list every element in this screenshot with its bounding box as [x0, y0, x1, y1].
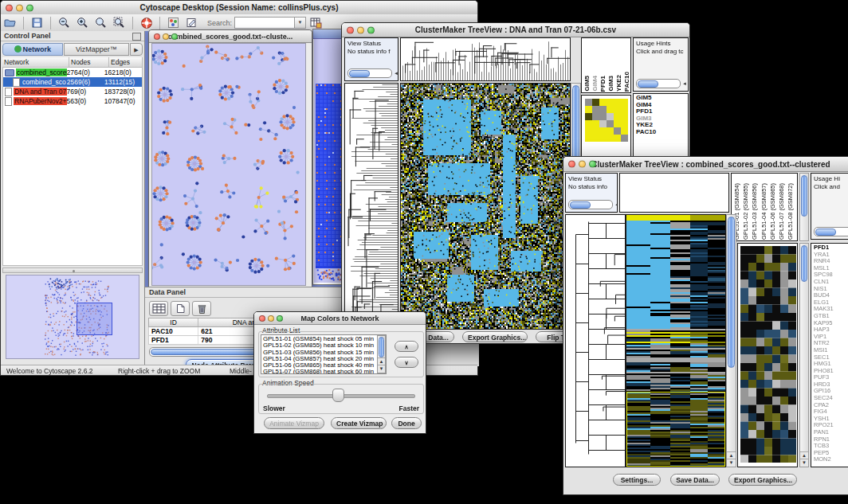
map-colors-dialog[interactable]: Map Colors to Network Attribute List GPL… — [253, 311, 426, 434]
tv1-matrix-cell[interactable] — [592, 99, 599, 106]
column-header-nodes[interactable]: Nodes — [69, 57, 109, 67]
tv1-matrix-cell[interactable] — [585, 127, 592, 135]
close-button[interactable] — [568, 161, 575, 168]
create-vizmap-button[interactable]: Create Vizmap — [331, 417, 387, 429]
tv2-global-heatmap[interactable] — [626, 214, 726, 467]
birdseye-view[interactable] — [6, 275, 139, 359]
tv1-matrix-cell[interactable] — [592, 113, 599, 120]
move-up-button[interactable]: ∧ — [395, 341, 418, 352]
close-button[interactable] — [259, 315, 265, 322]
zoom-in-icon[interactable] — [76, 17, 89, 29]
panel-splitter[interactable] — [2, 268, 143, 273]
tv2-status-scrollbar[interactable]: ◄► — [568, 200, 618, 209]
tv1-button-export-graphics---[interactable]: Export Graphics... — [462, 331, 528, 342]
network-row[interactable]: combined_scores2764(0)16218(0) — [3, 68, 142, 77]
animate-vizmap-button[interactable]: Animate Vizmap — [264, 417, 324, 429]
tv1-matrix-cell[interactable] — [621, 106, 628, 113]
tv1-matrix-cell[interactable] — [599, 120, 607, 127]
tv1-matrix-cell[interactable] — [592, 127, 599, 135]
dialog-titlebar[interactable]: Map Colors to Network — [254, 312, 426, 325]
column-header-network[interactable]: Network — [2, 57, 69, 67]
tv1-matrix-cell[interactable] — [585, 106, 592, 113]
zoom-button[interactable] — [277, 315, 283, 322]
network-row[interactable]: RNAPuberNov2+563(0)107847(0) — [3, 96, 142, 106]
tv1-matrix-cell[interactable] — [607, 127, 614, 135]
tv1-matrix-cell[interactable] — [614, 135, 621, 142]
annotation-icon[interactable] — [185, 17, 198, 29]
tv2-gene-list[interactable]: PFD1YRA1RNR4MSL1SPC98CLN1NIS1BUD4ELG1MAK… — [811, 243, 848, 467]
tv1-matrix-cell[interactable] — [621, 99, 628, 106]
tv1-matrix-cell[interactable] — [599, 113, 607, 120]
table-import-icon[interactable] — [308, 17, 322, 29]
zoom-button[interactable] — [171, 33, 178, 40]
network-window-1-titlebar[interactable]: combined_scores_good.txt--cluste... — [149, 30, 312, 43]
tv1-matrix-cell[interactable] — [614, 99, 621, 106]
table-grid-button[interactable] — [149, 301, 168, 316]
open-folder-icon[interactable] — [3, 17, 17, 29]
column-header-edges[interactable]: Edges — [109, 57, 143, 67]
tv1-matrix-cell[interactable] — [607, 135, 614, 142]
network-canvas[interactable] — [151, 43, 306, 286]
tv1-global-heatmap[interactable] — [400, 83, 571, 330]
main-titlebar[interactable]: Cytoscape Desktop (Session Name: collins… — [1, 1, 477, 15]
tv1-matrix-cell[interactable] — [607, 113, 614, 120]
attribute-list-item[interactable]: GPL51-07 (GSM868) heat shock 60 min — [263, 369, 376, 374]
zoom-button[interactable] — [367, 26, 375, 33]
treeview2-titlebar[interactable]: ClusterMaker TreeView : combined_scores_… — [563, 157, 848, 172]
save-icon[interactable] — [30, 17, 44, 29]
tv1-matrix-cell[interactable] — [607, 120, 614, 127]
tv2-hints-scrollbar[interactable]: ◄► — [814, 227, 848, 236]
search-input[interactable] — [234, 17, 295, 29]
attribute-list-scrollbar[interactable]: ▲▼ — [377, 335, 386, 373]
tv1-matrix-cell[interactable] — [585, 99, 592, 106]
zoom-selected-icon[interactable] — [112, 17, 126, 29]
tv1-column-dendrogram[interactable] — [400, 37, 571, 81]
network-table[interactable]: combined_scores2764(0)16218(0)combined_s… — [2, 67, 143, 266]
search-dropdown-arrow-icon[interactable]: ▼ — [295, 17, 306, 29]
tv2-row-dendrogram[interactable] — [565, 214, 626, 467]
network-row[interactable]: combined_sco2569(6)13112(15) — [3, 77, 142, 87]
tv1-status-scrollbar[interactable]: ◄► — [347, 68, 398, 78]
minimize-button[interactable] — [357, 26, 364, 33]
help-lifesaver-icon[interactable] — [139, 17, 153, 29]
tv1-matrix-cell[interactable] — [592, 120, 599, 127]
tv2-button-settings---[interactable]: Settings... — [613, 474, 661, 486]
close-button[interactable] — [347, 26, 354, 33]
tv1-matrix-cell[interactable] — [607, 99, 614, 106]
minimize-button[interactable] — [16, 4, 23, 11]
tv1-matrix-cell[interactable] — [599, 127, 607, 135]
tv1-matrix-cell[interactable] — [599, 106, 607, 113]
new-page-button[interactable] — [171, 301, 190, 316]
tv1-matrix-cell[interactable] — [599, 135, 607, 142]
dp-col-0[interactable]: ID — [149, 318, 198, 326]
window-controls[interactable] — [6, 4, 33, 11]
tv1-matrix-cell[interactable] — [599, 99, 607, 106]
network-window-1[interactable]: combined_scores_good.txt--cluste... — [148, 29, 312, 287]
tv1-matrix-cell[interactable] — [614, 127, 621, 135]
tab-network[interactable]: Network — [2, 43, 63, 56]
tv1-hints-scrollbar[interactable]: ◄► — [636, 79, 689, 88]
scroll-down-icon[interactable]: ▼ — [727, 459, 736, 467]
tv2-heatmap-vscrollbar[interactable]: ▲ ▼ — [726, 214, 736, 467]
tv2-zoom-vscrollbar[interactable]: ▲ ▼ — [799, 243, 809, 467]
tv1-row-dendrogram[interactable] — [344, 83, 398, 330]
speed-slider-thumb[interactable] — [332, 389, 344, 402]
tv1-matrix-cell[interactable] — [607, 106, 614, 113]
tab-vizmapper[interactable]: VizMapper™ — [64, 43, 129, 56]
tv2-gene-label[interactable]: MON2 — [814, 456, 848, 463]
attribute-list[interactable]: GPL51-01 (GSM854) heat shock 05 minGPL51… — [261, 334, 387, 374]
tv1-matrix-cell[interactable] — [621, 127, 628, 135]
trash-button[interactable] — [192, 301, 211, 316]
tv1-matrix-cell[interactable] — [592, 106, 599, 113]
tv1-matrix-cell[interactable] — [592, 135, 599, 142]
tv1-matrix-cell[interactable] — [621, 120, 628, 127]
done-button[interactable]: Done — [391, 417, 422, 429]
tv2-button-export-graphics---[interactable]: Export Graphics... — [728, 474, 797, 486]
treeview1-titlebar[interactable]: ClusterMaker TreeView : DNA and Tran 07-… — [342, 23, 689, 37]
minimize-button[interactable] — [268, 315, 274, 322]
tv2-collabel-scrollbar[interactable] — [799, 173, 809, 241]
vizmapper-icon[interactable] — [167, 17, 180, 29]
zoom-button[interactable] — [589, 161, 596, 168]
minimize-button[interactable] — [163, 33, 169, 40]
float-panel-icon[interactable] — [132, 33, 141, 41]
